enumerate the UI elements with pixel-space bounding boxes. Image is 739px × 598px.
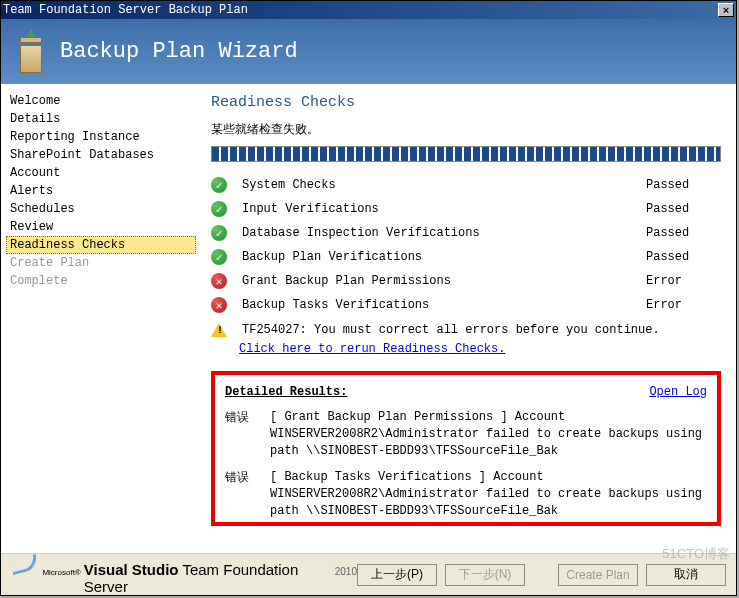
check-row: ✕Grant Backup Plan PermissionsError [211,273,721,289]
page-title: Readiness Checks [211,94,721,111]
check-status: Passed [646,178,721,192]
check-pass-icon: ✓ [211,177,227,193]
create-plan-button[interactable]: Create Plan [558,564,638,586]
sidebar-item-create-plan: Create Plan [6,254,196,272]
sidebar-item-reporting-instance[interactable]: Reporting Instance [6,128,196,146]
check-status: Passed [646,250,721,264]
wizard-window: Team Foundation Server Backup Plan × Bac… [0,0,737,596]
check-pass-icon: ✓ [211,249,227,265]
check-error-icon: ✕ [211,297,227,313]
warning-row: TF254027: You must correct all errors be… [211,323,721,337]
microsoft-label: Microsoft® [42,568,80,577]
check-status: Passed [646,226,721,240]
next-button[interactable]: 下一步(N) [445,564,525,586]
check-label: Input Verifications [242,202,646,216]
progress-bar [211,146,721,162]
check-row: ✓Input VerificationsPassed [211,201,721,217]
check-status: Error [646,298,721,312]
window-title: Team Foundation Server Backup Plan [3,3,248,17]
check-row: ✓System ChecksPassed [211,177,721,193]
wizard-title: Backup Plan Wizard [60,39,298,64]
check-label: Grant Backup Plan Permissions [242,274,646,288]
check-row: ✓Backup Plan VerificationsPassed [211,249,721,265]
vs-swoosh-icon [11,555,37,575]
wizard-header: Backup Plan Wizard [1,19,736,84]
backup-box-icon [16,31,48,73]
product-logo: Microsoft® Visual Studio Team Foundation… [11,555,357,595]
warning-text: TF254027: You must correct all errors be… [242,323,660,337]
result-label: 错误 [225,469,270,519]
open-log-link[interactable]: Open Log [649,385,707,399]
result-row: 错误[ Backup Tasks Verifications ] Account… [225,469,707,519]
result-text: [ Grant Backup Plan Permissions ] Accoun… [270,409,707,459]
product-year: 2010 [335,566,357,577]
sidebar-item-alerts[interactable]: Alerts [6,182,196,200]
check-row: ✕Backup Tasks VerificationsError [211,297,721,313]
result-text: [ Backup Tasks Verifications ] Account W… [270,469,707,519]
rerun-link[interactable]: Click here to rerun Readiness Checks. [239,342,505,356]
main-panel: Readiness Checks 某些就绪检查失败。 ✓System Check… [201,84,736,556]
result-row: 错误[ Grant Backup Plan Permissions ] Acco… [225,409,707,459]
check-pass-icon: ✓ [211,201,227,217]
result-label: 错误 [225,409,270,459]
sidebar-item-complete: Complete [6,272,196,290]
sidebar-item-sharepoint-databases[interactable]: SharePoint Databases [6,146,196,164]
titlebar: Team Foundation Server Backup Plan × [1,1,736,19]
back-button[interactable]: 上一步(P) [357,564,437,586]
results-title: Detailed Results: [225,385,347,399]
check-label: Backup Tasks Verifications [242,298,646,312]
detailed-results: Detailed Results: Open Log 错误[ Grant Bac… [211,371,721,526]
sidebar-item-schedules[interactable]: Schedules [6,200,196,218]
check-label: System Checks [242,178,646,192]
page-subtitle: 某些就绪检查失败。 [211,121,721,138]
warning-icon [211,323,227,337]
product-name: Visual Studio Team Foundation Server [84,561,332,595]
sidebar-item-review[interactable]: Review [6,218,196,236]
sidebar-item-account[interactable]: Account [6,164,196,182]
check-pass-icon: ✓ [211,225,227,241]
check-error-icon: ✕ [211,273,227,289]
wizard-footer: Microsoft® Visual Studio Team Foundation… [1,553,736,595]
check-status: Passed [646,202,721,216]
step-sidebar: WelcomeDetailsReporting InstanceSharePoi… [1,84,201,556]
sidebar-item-details[interactable]: Details [6,110,196,128]
wizard-body: WelcomeDetailsReporting InstanceSharePoi… [1,84,736,556]
sidebar-item-welcome[interactable]: Welcome [6,92,196,110]
sidebar-item-readiness-checks[interactable]: Readiness Checks [6,236,196,254]
close-button[interactable]: × [718,3,734,17]
check-label: Database Inspection Verifications [242,226,646,240]
check-row: ✓Database Inspection VerificationsPassed [211,225,721,241]
check-label: Backup Plan Verifications [242,250,646,264]
check-status: Error [646,274,721,288]
cancel-button[interactable]: 取消 [646,564,726,586]
